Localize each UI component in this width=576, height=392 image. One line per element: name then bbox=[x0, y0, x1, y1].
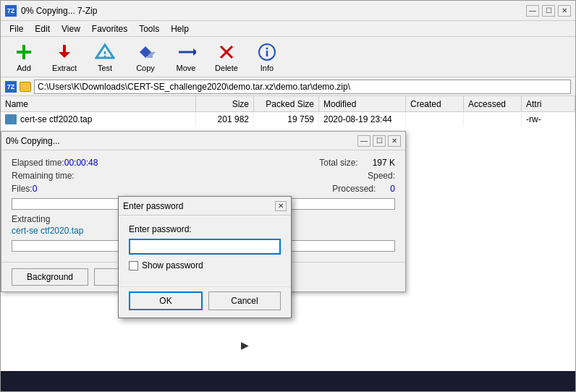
taskbar bbox=[1, 371, 575, 391]
file-cell-name: cert-se ctf2020.tap bbox=[1, 112, 196, 127]
col-header-attrib[interactable]: Attri bbox=[522, 96, 575, 111]
files-label: Files: bbox=[12, 184, 33, 194]
app-icon: 7Z bbox=[5, 5, 17, 17]
minimize-button[interactable]: — bbox=[526, 5, 539, 17]
progress-title-controls: — ☐ ✕ bbox=[357, 135, 401, 147]
menu-bar: File Edit View Favorites Tools Help bbox=[1, 21, 575, 37]
address-input[interactable] bbox=[34, 80, 571, 94]
svg-marker-3 bbox=[59, 52, 70, 58]
svg-point-6 bbox=[104, 55, 106, 57]
svg-marker-10 bbox=[193, 48, 196, 56]
col-header-name[interactable]: Name bbox=[1, 96, 196, 111]
extract-icon bbox=[54, 42, 75, 62]
copy-icon bbox=[135, 42, 156, 62]
svg-rect-1 bbox=[17, 51, 31, 54]
progress-files-row: Files: 0 Processed: 0 bbox=[12, 184, 395, 194]
password-label: Enter password: bbox=[129, 224, 281, 234]
file-cell-attrib: -rw- bbox=[522, 112, 575, 127]
password-dialog-title: Enter password bbox=[123, 201, 183, 211]
col-header-created[interactable]: Created bbox=[406, 96, 464, 111]
toolbar-move-button[interactable]: Move bbox=[167, 40, 205, 74]
elapsed-label: Elapsed time: bbox=[12, 158, 64, 168]
window-title: 0% Copying... 7-Zip bbox=[21, 6, 97, 16]
menu-tools[interactable]: Tools bbox=[133, 22, 165, 35]
elapsed-value: 00:00:48 bbox=[64, 158, 98, 168]
toolbar-move-label: Move bbox=[177, 64, 196, 72]
background-button[interactable]: Background bbox=[12, 268, 88, 286]
file-cell-modified: 2020-08-19 23:44 bbox=[319, 112, 406, 127]
progress-maximize-button[interactable]: ☐ bbox=[373, 135, 386, 147]
toolbar-delete-button[interactable]: Delete bbox=[208, 40, 245, 74]
test-icon bbox=[95, 42, 115, 62]
file-list-header: Name Size Packed Size Modified Created A… bbox=[1, 96, 575, 112]
processed-value: 0 bbox=[390, 184, 395, 194]
address-bar: 7Z bbox=[1, 77, 575, 96]
toolbar-add-label: Add bbox=[17, 64, 31, 72]
show-password-label[interactable]: Show password bbox=[142, 260, 203, 270]
progress-elapsed-row: Elapsed time: 00:00:48 Total size: 197 K bbox=[12, 158, 395, 168]
folder-icon bbox=[20, 82, 31, 92]
main-window: 7Z 0% Copying... 7-Zip — ☐ ✕ File Edit V… bbox=[0, 0, 576, 392]
progress-title-bar: 0% Copying... — ☐ ✕ bbox=[1, 132, 405, 150]
title-bar-left: 7Z 0% Copying... 7-Zip bbox=[5, 5, 97, 17]
add-icon bbox=[14, 42, 34, 62]
file-cell-created bbox=[406, 112, 464, 127]
progress-minimize-button[interactable]: — bbox=[357, 135, 370, 147]
toolbar-add-button[interactable]: Add bbox=[5, 40, 43, 74]
close-button[interactable]: ✕ bbox=[558, 5, 571, 17]
password-dialog-body: Enter password: Show password bbox=[119, 216, 291, 286]
toolbar-extract-button[interactable]: Extract bbox=[46, 40, 83, 74]
toolbar-test-button[interactable]: Test bbox=[86, 40, 124, 74]
menu-help[interactable]: Help bbox=[165, 22, 195, 35]
password-dialog: Enter password ✕ Enter password: Show pa… bbox=[118, 196, 292, 318]
menu-edit[interactable]: Edit bbox=[29, 22, 56, 35]
ok-button[interactable]: OK bbox=[129, 291, 203, 310]
password-dialog-buttons: OK Cancel bbox=[119, 286, 291, 318]
password-dialog-close-button[interactable]: ✕ bbox=[275, 201, 287, 211]
progress-close-button[interactable]: ✕ bbox=[388, 135, 401, 147]
file-cell-accessed bbox=[464, 112, 522, 127]
toolbar-info-button[interactable]: Info bbox=[248, 40, 286, 74]
info-icon bbox=[257, 42, 277, 62]
title-bar-controls: — ☐ ✕ bbox=[526, 5, 571, 17]
col-header-size[interactable]: Size bbox=[196, 96, 254, 111]
file-cell-packed: 19 759 bbox=[254, 112, 319, 127]
toolbar-test-label: Test bbox=[98, 64, 112, 72]
address-app-icon: 7Z bbox=[5, 81, 17, 93]
file-cell-size: 201 982 bbox=[196, 112, 254, 127]
toolbar-extract-label: Extract bbox=[52, 64, 77, 72]
delete-icon bbox=[216, 42, 237, 62]
menu-favorites[interactable]: Favorites bbox=[86, 22, 133, 35]
remaining-label: Remaining time: bbox=[12, 171, 75, 181]
total-size-value: 197 K bbox=[373, 158, 395, 168]
files-value: 0 bbox=[33, 184, 38, 194]
cancel-button[interactable]: Cancel bbox=[208, 291, 281, 310]
toolbar-info-label: Info bbox=[261, 64, 274, 72]
password-input[interactable] bbox=[129, 239, 281, 255]
processed-label: Processed: bbox=[332, 184, 376, 194]
toolbar-copy-button[interactable]: Copy bbox=[127, 40, 164, 74]
col-header-packed[interactable]: Packed Size bbox=[254, 96, 319, 111]
show-password-checkbox[interactable] bbox=[129, 261, 138, 270]
toolbar: Add Extract Test bbox=[1, 37, 575, 77]
menu-file[interactable]: File bbox=[4, 22, 29, 35]
title-bar: 7Z 0% Copying... 7-Zip — ☐ ✕ bbox=[1, 1, 575, 21]
table-row[interactable]: cert-se ctf2020.tap 201 982 19 759 2020-… bbox=[1, 112, 575, 127]
maximize-button[interactable]: ☐ bbox=[542, 5, 555, 17]
total-size-label: Total size: bbox=[319, 158, 357, 168]
move-icon bbox=[176, 42, 196, 62]
col-header-modified[interactable]: Modified bbox=[319, 96, 406, 111]
password-dialog-title-bar: Enter password ✕ bbox=[119, 197, 291, 216]
svg-point-15 bbox=[266, 47, 268, 49]
progress-title: 0% Copying... bbox=[6, 136, 60, 146]
toolbar-copy-label: Copy bbox=[136, 64, 155, 72]
file-type-icon bbox=[5, 114, 17, 124]
progress-remaining-row: Remaining time: Speed: bbox=[12, 171, 395, 181]
menu-view[interactable]: View bbox=[56, 22, 86, 35]
col-header-accessed[interactable]: Accessed bbox=[464, 96, 522, 111]
show-password-row: Show password bbox=[129, 260, 281, 270]
speed-label: Speed: bbox=[368, 171, 395, 181]
toolbar-delete-label: Delete bbox=[215, 64, 238, 72]
